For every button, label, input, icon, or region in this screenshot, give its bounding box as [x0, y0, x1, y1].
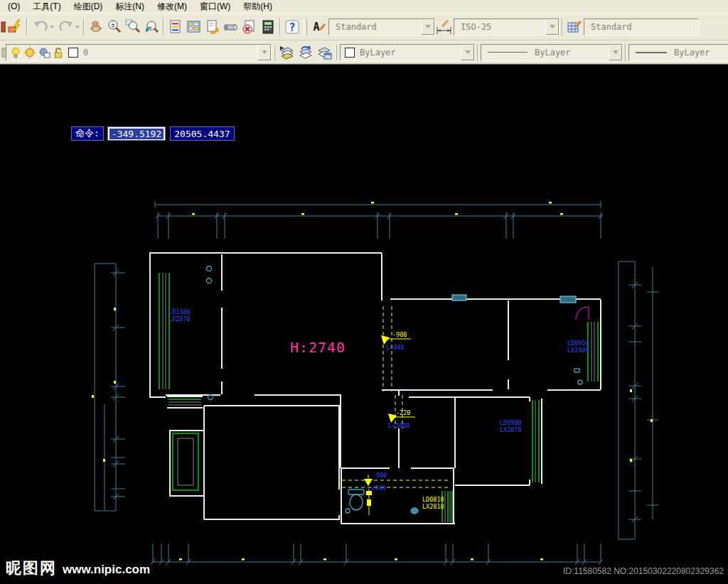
linetype-value: ByLayer [533, 48, 609, 58]
dynamic-input-y-value: 20505.4437 [174, 129, 230, 139]
undo-button[interactable] [30, 18, 55, 36]
lineweight-sample [636, 52, 667, 53]
watermark-brand-cn: 昵图网 [6, 558, 57, 579]
dimension-lines [95, 201, 658, 562]
bath-offset-label: -900 [373, 472, 387, 479]
linetype-dropdown[interactable] [609, 45, 622, 60]
dynamic-input-x-value: -349.5192 [109, 129, 164, 139]
watermark-brand: 昵图网 www.nipic.com [6, 558, 150, 579]
color-combo[interactable]: ByLayer [340, 44, 475, 61]
menu-item-help[interactable]: 帮助(H) [237, 0, 279, 13]
clipped-icon [0, 19, 6, 35]
zoom-window-button[interactable] [124, 18, 142, 36]
drawing-canvas[interactable]: H:2740 LD1380 LX2070 L=940 LD0950 LX2400… [0, 64, 728, 584]
layer-vp-freeze-icon[interactable] [37, 45, 51, 60]
layer-manager-button[interactable] [315, 43, 333, 62]
watermark-url: www.nipic.com [63, 563, 150, 577]
redo-dropdown-icon[interactable] [75, 26, 80, 28]
menu-bar: (O) 工具(T) 绘图(D) 标注(N) 修改(M) 窗口(W) 帮助(H) [0, 0, 728, 13]
dimension-text-dots [92, 202, 653, 561]
dim-style-value: ISO-25 [454, 22, 545, 32]
redo-button[interactable] [55, 18, 81, 36]
right-window-label-1: LD0950 [567, 340, 589, 347]
text-style-icon[interactable]: A [310, 18, 328, 36]
dim-style-icon[interactable] [435, 18, 454, 36]
floor-plan: H:2740 LD1380 LX2070 L=940 LD0950 LX2400… [0, 65, 728, 584]
color-swatch [345, 48, 355, 58]
zoom-previous-button[interactable] [142, 18, 161, 36]
table-style-value: Standard [584, 22, 698, 32]
lineweight-combo[interactable]: ByLayer [628, 44, 728, 61]
watermark-id: ID:11580582 NO:20150302220802329362 [563, 566, 724, 576]
linetype-combo[interactable]: ByLayer [481, 44, 623, 61]
br-room-label-1: LD0980 [500, 419, 522, 426]
designcenter-button[interactable] [185, 18, 203, 36]
match-properties-button[interactable] [6, 18, 24, 36]
layers-toolbar: 0 [0, 40, 728, 64]
make-layer-current-button[interactable] [278, 43, 296, 62]
layer-color-swatch[interactable] [68, 48, 78, 58]
standard-toolbar: ± [0, 13, 728, 40]
autocad-window: (O) 工具(T) 绘图(D) 标注(N) 修改(M) 窗口(W) 帮助(H) [0, 0, 728, 584]
opening1-length-label: L=940 [386, 344, 405, 351]
markup-manager-button[interactable] [222, 18, 240, 36]
layer-lock-icon[interactable] [51, 45, 65, 60]
undo-dropdown-icon[interactable] [50, 26, 54, 28]
text-style-dropdown[interactable] [421, 19, 434, 35]
quickcalc-button[interactable] [259, 18, 277, 36]
table-style-icon[interactable] [565, 18, 584, 36]
right-window-label-2: LX2400 [567, 347, 589, 354]
bath-length-label: L=940 [368, 485, 386, 492]
layer-combo[interactable]: 0 [6, 44, 272, 61]
dynamic-input-x-field[interactable]: -349.5192 [107, 126, 166, 141]
dynamic-input-y-field[interactable]: 20505.4437 [170, 126, 234, 141]
sheetset-manager-button[interactable] [203, 18, 222, 36]
bath-fixture-label-1: LD0810 [422, 496, 444, 503]
help-button[interactable]: ? [283, 18, 301, 36]
walls [149, 253, 601, 524]
color-value: ByLayer [355, 48, 461, 58]
pan-button[interactable] [87, 18, 105, 36]
menu-item-window[interactable]: 窗口(W) [193, 0, 237, 13]
properties-palette-button[interactable] [166, 18, 185, 36]
menu-item-modify[interactable]: 修改(M) [151, 0, 193, 13]
linetype-sample [488, 52, 528, 53]
opening2-length-label: L=1800 [388, 422, 410, 429]
dim-style-combo[interactable]: ISO-25 [454, 18, 560, 36]
door-swing-arc [576, 307, 589, 320]
color-dropdown[interactable] [461, 45, 474, 60]
left-window-label-1: LD1380 [168, 308, 191, 315]
menu-item-draw[interactable]: 绘图(D) [68, 0, 109, 13]
br-room-label-2: LX2070 [500, 426, 522, 433]
table-style-combo[interactable]: Standard [584, 18, 699, 36]
lineweight-value: ByLayer [673, 48, 728, 58]
opening2-offset-label: -220 [396, 409, 410, 416]
layer-freeze-icon[interactable] [23, 45, 37, 60]
zoom-realtime-button[interactable]: ± [105, 18, 124, 36]
clipped-layer-icon [0, 45, 6, 60]
left-window-label-2: LX2070 [168, 315, 191, 323]
dynamic-input-overlay: 命令: -349.5192 20505.4437 [71, 126, 235, 141]
layer-name-value: 0 [78, 48, 257, 58]
svg-text:A: A [313, 21, 319, 33]
text-style-combo[interactable]: Standard [328, 18, 435, 36]
dimension-ticks [113, 213, 638, 565]
layer-dropdown[interactable] [257, 45, 271, 60]
menu-item-tools[interactable]: 工具(T) [26, 0, 67, 13]
svg-text:?: ? [289, 21, 295, 33]
svg-text:±: ± [111, 21, 115, 28]
menu-item-clipped[interactable]: (O) [1, 1, 26, 12]
height-label: H:2740 [290, 339, 346, 356]
command-prompt-label: 命令: [71, 126, 104, 141]
layer-previous-button[interactable] [296, 43, 315, 62]
layer-on-off-icon[interactable] [9, 45, 23, 60]
dim-style-dropdown[interactable] [545, 19, 559, 35]
bath-fixture-label-2: LX2010 [422, 503, 444, 510]
text-style-value: Standard [329, 22, 421, 32]
cad-standards-button[interactable] [240, 18, 259, 36]
opening1-offset-label: -900 [392, 331, 407, 338]
menu-item-dimension[interactable]: 标注(N) [109, 0, 151, 13]
